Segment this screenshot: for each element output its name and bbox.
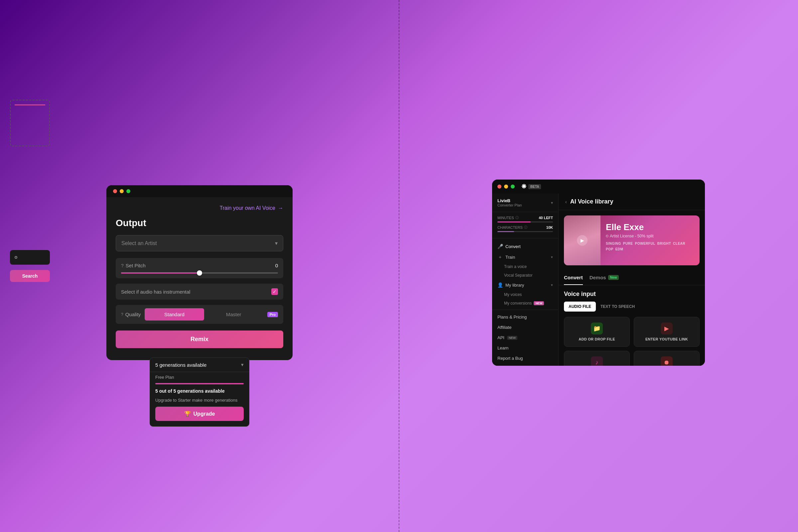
right-dot-red	[497, 185, 501, 189]
pro-badge: Pro	[267, 312, 278, 317]
sidebar-item-vocal-separator[interactable]: Vocal Separator	[492, 271, 558, 280]
artist-select-wrapper: Select an Artist ▾	[116, 235, 283, 251]
pitch-label-row: ? Set Pitch 0	[121, 263, 278, 268]
search-button[interactable]: Search	[10, 270, 50, 282]
standard-quality-btn[interactable]: Standard	[145, 308, 204, 321]
train-link-arrow: →	[278, 205, 283, 211]
sidebar-item-plans[interactable]: Plans & Pricing	[492, 312, 558, 322]
right-app-window: ❋ BETA LivieB Converter Plan ▾	[492, 179, 705, 366]
gen-progress-fill	[155, 383, 244, 384]
sidebar-item-convert[interactable]: 🎤 Convert	[492, 241, 558, 252]
sidebar-user[interactable]: LivieB Converter Plan ▾	[492, 193, 558, 212]
api-new-badge: NEW	[507, 336, 517, 340]
left-sidebar-partial: Search	[10, 250, 50, 282]
sidebar-item-learn[interactable]: Learn	[492, 343, 558, 353]
gen-header-text: 5 generations available	[155, 362, 207, 368]
sidebar-user-name: LivieB	[497, 198, 522, 203]
sidebar-user-chevron-icon: ▾	[551, 201, 553, 205]
output-title: Output	[116, 218, 283, 228]
tag-pop: POP	[606, 247, 613, 251]
my-library-label: My library	[506, 283, 524, 288]
characters-value: 10K	[546, 225, 553, 229]
gen-available: 5 out of 5 generations available	[150, 387, 249, 396]
pitch-value: 0	[275, 263, 278, 268]
back-button[interactable]: ‹	[565, 199, 567, 205]
info-icon-characters: ⓘ	[524, 225, 527, 230]
logo-icon: ❋	[521, 183, 526, 190]
minutes-label: MINUTES ⓘ	[497, 215, 519, 220]
quality-row: ? Quality Standard Master Pro	[116, 305, 283, 324]
sidebar-item-report[interactable]: Report a Bug	[492, 353, 558, 363]
license-icon: ©	[606, 234, 608, 238]
pitch-track	[121, 272, 200, 274]
drop-file-icon: 📁	[591, 323, 603, 335]
library-chevron-icon: ▾	[551, 283, 553, 287]
tab-convert[interactable]: Convert	[564, 271, 583, 285]
characters-bar-fill	[497, 231, 514, 232]
gen-progress-bar	[155, 383, 244, 384]
sidebar-item-my-library[interactable]: 👤 My library ▾	[492, 280, 558, 290]
train-chevron-icon: ▾	[551, 255, 553, 259]
sidebar-item-train-voice[interactable]: Train a voice	[492, 262, 558, 271]
pitch-row: ? Set Pitch 0	[116, 258, 283, 278]
pitch-slider[interactable]	[121, 272, 278, 274]
microphone-icon: 🎤	[497, 244, 503, 249]
remix-button[interactable]: Remix	[116, 330, 283, 348]
artist-image: ▶	[564, 215, 601, 265]
tag-singing: SINGING	[606, 242, 621, 245]
pitch-thumb	[197, 270, 202, 276]
artist-select[interactable]: Select an Artist ▾	[116, 235, 283, 251]
tab-demos[interactable]: Demos New	[590, 271, 619, 285]
characters-label: CHARACTERS ⓘ	[497, 225, 527, 230]
generations-dropdown: 5 generations available ▾ Free Plan 5 ou…	[150, 358, 249, 426]
hero-banner: ▶ Elle Exxe © Artist License - 50% split…	[564, 215, 700, 265]
sidebar-item-api[interactable]: API NEW	[492, 332, 558, 343]
demo-icon: ♪	[591, 357, 603, 366]
voice-input-title: Voice input	[564, 291, 700, 298]
conversions-new-badge: NEW	[534, 301, 544, 305]
sidebar-user-info: LivieB Converter Plan	[497, 198, 522, 207]
voice-option-demo[interactable]: ♪ FREE DEMO AUDIO	[564, 351, 630, 366]
main-content: ‹ AI Voice library ▶ Elle Exxe © Artis	[558, 193, 705, 366]
tag-pure: PURE	[623, 242, 633, 245]
instrumental-row: Select if audio has instrumental ✓	[116, 284, 283, 300]
hero-play-button[interactable]: ▶	[577, 235, 588, 246]
sidebar-item-my-conversions[interactable]: My conversions NEW	[492, 299, 558, 307]
tag-bright: BRIGHT	[657, 242, 671, 245]
sidebar-item-affiliate[interactable]: Affiliate	[492, 322, 558, 332]
upgrade-label: Upgrade	[193, 411, 215, 417]
right-dot-yellow	[504, 185, 508, 189]
gen-plan: Free Plan	[150, 372, 249, 382]
convert-label: Convert	[506, 244, 521, 249]
artist-license: © Artist License - 50% split	[606, 234, 694, 239]
hero-info: Elle Exxe © Artist License - 50% split S…	[601, 215, 700, 265]
voice-option-youtube[interactable]: ▶ ENTER YOUTUBE LINK	[634, 317, 700, 347]
train-link[interactable]: Train your own AI Voice →	[116, 205, 283, 211]
voice-input-section: Voice input AUDIO FILE TEXT TO SPEECH 📁 …	[558, 291, 705, 366]
sidebar-item-train[interactable]: + Train ▾	[492, 252, 558, 262]
artist-name: Elle Exxe	[606, 222, 694, 232]
train-label: Train	[506, 255, 515, 260]
right-dot-green	[511, 185, 515, 189]
voice-option-drop-file[interactable]: 📁 ADD OR DROP FILE	[564, 317, 630, 347]
divider	[399, 0, 399, 532]
characters-bar	[497, 231, 553, 232]
artist-chevron-icon: ▾	[275, 240, 278, 246]
tab-audio-file[interactable]: AUDIO FILE	[564, 302, 596, 311]
artist-tags: SINGING PURE POWERFUL BRIGHT CLEAR POP E…	[606, 242, 694, 251]
voice-option-record[interactable]: ⏺ RECORD	[634, 351, 700, 366]
upgrade-button[interactable]: 🏆 Upgrade	[155, 407, 244, 421]
sidebar-stats: MINUTES ⓘ 40 LEFT CHARACTERS ⓘ 10K	[492, 212, 558, 239]
voice-options-grid: 📁 ADD OR DROP FILE ▶ ENTER YOUTUBE LINK …	[564, 317, 700, 366]
sidebar-item-my-voices[interactable]: My voices	[492, 290, 558, 299]
instrumental-checkbox[interactable]: ✓	[271, 288, 278, 295]
youtube-label: ENTER YOUTUBE LINK	[645, 337, 688, 341]
gen-header: 5 generations available ▾	[150, 358, 249, 372]
left-content: Train your own AI Voice → Output Select …	[107, 197, 292, 360]
sidebar-user-plan: Converter Plan	[497, 203, 522, 207]
dashed-box	[10, 100, 50, 146]
master-quality-btn[interactable]: Master	[204, 308, 263, 321]
minutes-value: 40 LEFT	[539, 216, 553, 220]
tab-tts[interactable]: TEXT TO SPEECH	[596, 302, 640, 311]
nav-section: 🎤 Convert + Train ▾ Train a voice Vocal …	[492, 239, 558, 366]
